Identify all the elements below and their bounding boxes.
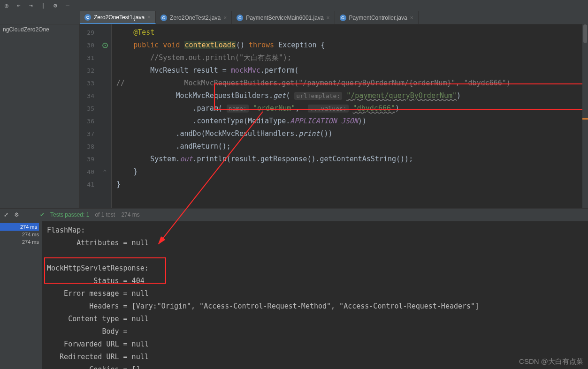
console-wrap: 274 ms 274 ms 274 ms FlashMap: Attribute…: [0, 221, 588, 369]
console-output[interactable]: FlashMap: Attributes = null MockHttpServ…: [42, 221, 588, 369]
code-line: //System.out.println("大白有点菜");: [150, 53, 291, 62]
tab-label: PaymentController.java: [349, 15, 407, 21]
code-line: }: [133, 167, 137, 176]
annotation-gutter: ⌃: [99, 24, 112, 208]
java-file-icon: C: [237, 15, 243, 21]
test-duration-row[interactable]: 274 ms: [0, 223, 39, 231]
project-tree[interactable]: ngCloudZero2One: [0, 24, 80, 208]
scrollbar-mark: [582, 118, 588, 120]
tab-zero2onetest1[interactable]: C Zero2OneTest1.java ×: [80, 11, 156, 24]
tab-paymentservicemain[interactable]: C PaymentServiceMain6001.java ×: [232, 11, 335, 24]
line-gutter: 29 30 31 32 33 34 35 36 37 38 39 40 41: [80, 24, 99, 208]
console-line: FlashMap:: [47, 226, 85, 234]
console-line: Redirected URL = null: [47, 353, 149, 361]
test-duration-row[interactable]: 274 ms: [22, 232, 39, 237]
code-line: .andReturn();: [176, 142, 230, 151]
editor-scrollbar[interactable]: [582, 24, 588, 208]
tab-label: Zero2OneTest2.java: [170, 15, 221, 21]
code-content[interactable]: @Test public void contextLoads() throws …: [112, 24, 588, 208]
console-line: Headers = [Vary:"Origin", "Access-Contro…: [47, 302, 479, 310]
test-duration-row[interactable]: 274 ms: [22, 239, 39, 245]
tab-label: PaymentServiceMain6001.java: [246, 15, 323, 21]
java-file-icon: C: [340, 15, 346, 21]
java-file-icon: C: [160, 15, 167, 21]
console-line: Error message = null: [47, 289, 149, 298]
check-icon: ✔: [40, 211, 45, 218]
divider-icon: |: [39, 2, 47, 9]
scrollbar-thumb[interactable]: [583, 24, 587, 43]
console-line: Attributes = null: [47, 239, 149, 247]
project-root[interactable]: ngCloudZero2One: [3, 26, 49, 33]
expand-window-icon[interactable]: ⤢: [4, 211, 8, 218]
code-line: @Test: [133, 28, 154, 37]
console-line: Status = 404: [47, 277, 145, 285]
test-toolbar: ⤢ ⚙ ✔ Tests passed: 1 of 1 test – 274 ms: [0, 208, 588, 221]
tab-paymentcontroller[interactable]: C PaymentController.java ×: [335, 11, 419, 24]
close-icon[interactable]: ×: [327, 15, 330, 21]
run-icon[interactable]: [99, 39, 111, 52]
console-line: MockHttpServletResponse:: [47, 264, 149, 272]
gear-icon[interactable]: ⚙: [52, 2, 59, 9]
console-line: Body =: [47, 327, 132, 336]
tests-passed-label: Tests passed: 1: [50, 211, 89, 218]
tab-label: Zero2OneTest1.java: [94, 14, 145, 21]
console-line: Content type = null: [47, 315, 149, 323]
watermark: CSDN @大白有点菜: [519, 357, 583, 366]
close-icon[interactable]: ×: [147, 14, 151, 21]
collapse-icon[interactable]: ⇤: [15, 2, 23, 9]
editor-main: ngCloudZero2One 29 30 31 32 33 34 35 36 …: [0, 24, 588, 208]
tab-zero2onetest2[interactable]: C Zero2OneTest2.java ×: [156, 11, 232, 24]
test-tree[interactable]: 274 ms 274 ms 274 ms: [0, 221, 42, 369]
gear-icon[interactable]: ⚙: [14, 211, 19, 218]
target-icon[interactable]: ◎: [3, 2, 10, 9]
hide-icon[interactable]: —: [64, 2, 71, 9]
close-icon[interactable]: ×: [223, 15, 227, 21]
code-editor[interactable]: 29 30 31 32 33 34 35 36 37 38 39 40 41 ⌃…: [80, 24, 588, 208]
code-line: }: [116, 180, 121, 188]
toolbar: ◎ ⇤ ⇥ | ⚙ —: [0, 0, 588, 11]
editor-tabs: C Zero2OneTest1.java × C Zero2OneTest2.j…: [0, 11, 588, 24]
expand-icon[interactable]: ⇥: [27, 2, 35, 9]
java-file-icon: C: [84, 14, 91, 21]
close-icon[interactable]: ×: [410, 15, 413, 21]
fold-icon[interactable]: ⌃: [99, 166, 111, 178]
console-line: Cookies = []: [47, 365, 140, 369]
console-line: Forwarded URL = null: [47, 340, 149, 348]
